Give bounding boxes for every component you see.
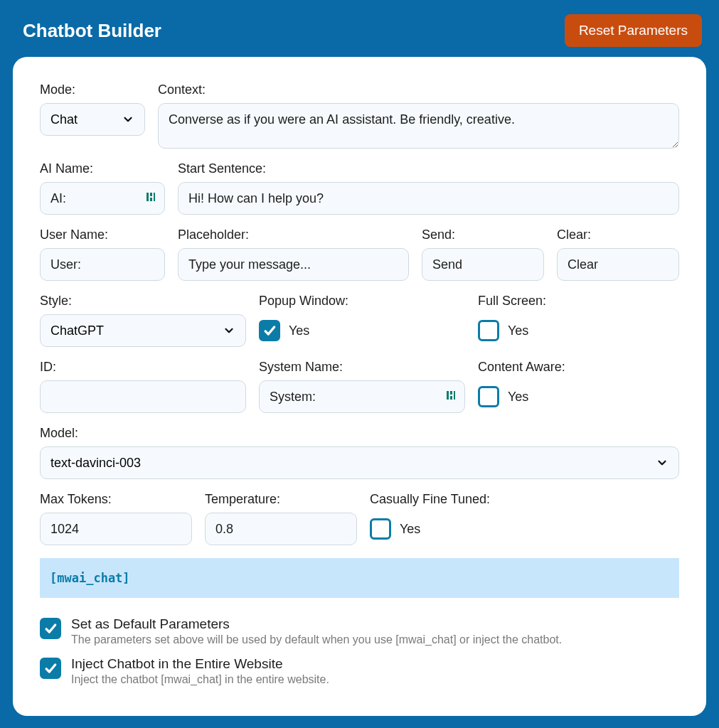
send-label: Send: xyxy=(422,228,544,242)
context-label: Context: xyxy=(158,82,679,97)
popup-window-checkbox[interactable] xyxy=(259,320,280,341)
chevron-down-icon xyxy=(223,324,235,337)
id-label: ID: xyxy=(40,360,246,375)
content-aware-yes-label: Yes xyxy=(508,390,528,405)
popup-window-yes-label: Yes xyxy=(289,323,309,338)
chevron-down-icon xyxy=(656,456,669,469)
context-textarea[interactable] xyxy=(158,103,679,149)
svg-rect-2 xyxy=(150,198,152,201)
inject-chatbot-sub: Inject the chatbot [mwai_chat] in the en… xyxy=(71,673,329,686)
inject-chatbot-title: Inject Chatbot in the Entire Website xyxy=(71,656,329,672)
model-select[interactable]: text-davinci-003 xyxy=(40,446,679,479)
svg-rect-6 xyxy=(450,396,452,400)
svg-rect-1 xyxy=(150,193,152,196)
style-label: Style: xyxy=(40,294,246,309)
svg-rect-4 xyxy=(447,391,449,400)
max-tokens-label: Max Tokens: xyxy=(40,492,192,507)
system-name-label: System Name: xyxy=(259,360,465,375)
full-screen-yes-label: Yes xyxy=(508,323,528,338)
content-aware-label: Content Aware: xyxy=(478,360,679,375)
mode-label: Mode: xyxy=(40,82,145,97)
full-screen-label: Full Screen: xyxy=(478,294,679,309)
default-parameters-sub: The parameters set above will be used by… xyxy=(71,633,562,646)
inject-chatbot-checkbox[interactable] xyxy=(40,658,61,679)
svg-rect-5 xyxy=(450,391,452,395)
start-sentence-label: Start Sentence: xyxy=(178,161,679,176)
svg-rect-7 xyxy=(454,391,455,400)
placeholder-label: Placeholder: xyxy=(178,228,409,242)
chevron-down-icon xyxy=(122,113,134,126)
style-select[interactable]: ChatGPT xyxy=(40,314,246,347)
temperature-label: Temperature: xyxy=(205,492,357,507)
page-title: Chatbot Builder xyxy=(23,20,161,42)
casually-fine-tuned-checkbox[interactable] xyxy=(370,518,391,540)
mode-select[interactable]: Chat xyxy=(40,103,145,136)
system-name-input[interactable] xyxy=(259,380,465,413)
clear-label: Clear: xyxy=(557,228,679,242)
style-select-value: ChatGPT xyxy=(50,323,104,338)
clear-input[interactable] xyxy=(557,248,679,281)
svg-rect-0 xyxy=(147,193,149,201)
reset-parameters-button[interactable]: Reset Parameters xyxy=(565,14,702,47)
svg-rect-3 xyxy=(154,193,155,201)
filter-icon xyxy=(145,191,156,205)
default-parameters-title: Set as Default Parameters xyxy=(71,616,562,632)
id-input[interactable] xyxy=(40,380,246,413)
default-parameters-checkbox[interactable] xyxy=(40,618,61,639)
shortcode-box: [mwai_chat] xyxy=(40,558,679,598)
model-select-value: text-davinci-003 xyxy=(50,456,141,471)
full-screen-checkbox[interactable] xyxy=(478,320,499,341)
send-input[interactable] xyxy=(422,248,544,281)
filter-icon xyxy=(445,390,457,404)
start-sentence-input[interactable] xyxy=(178,182,679,215)
mode-select-value: Chat xyxy=(50,112,78,127)
temperature-input[interactable] xyxy=(205,513,357,545)
ai-name-label: AI Name: xyxy=(40,161,165,176)
builder-card: Mode: Chat Context: AI Name: xyxy=(13,57,706,716)
model-label: Model: xyxy=(40,426,679,441)
popup-window-label: Popup Window: xyxy=(259,294,465,309)
placeholder-input[interactable] xyxy=(178,248,409,281)
user-name-input[interactable] xyxy=(40,248,165,281)
casually-fine-tuned-label: Casually Fine Tuned: xyxy=(370,492,679,507)
content-aware-checkbox[interactable] xyxy=(478,386,499,407)
user-name-label: User Name: xyxy=(40,228,165,242)
casually-fine-tuned-yes-label: Yes xyxy=(400,522,420,537)
max-tokens-input[interactable] xyxy=(40,513,192,545)
